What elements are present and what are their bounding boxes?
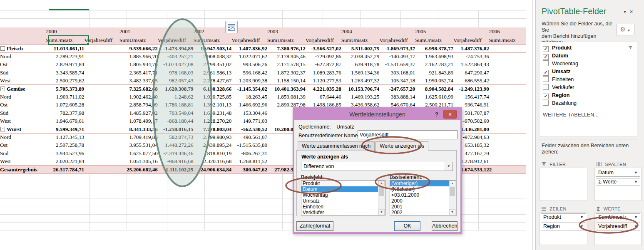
- chevron-down-icon[interactable]: ▼: [580, 223, 584, 230]
- cancel-button[interactable]: Abbrechen: [432, 221, 458, 231]
- pivot-value-cell[interactable]: [489, 117, 526, 125]
- pivot-value-cell[interactable]: 18.263,45: [231, 93, 267, 101]
- pivot-value-cell[interactable]: 490.561,07: [231, 133, 267, 141]
- pivot-value-cell[interactable]: -1.145.354,02: [231, 85, 267, 93]
- chevron-down-icon[interactable]: ▼: [634, 178, 638, 186]
- pivot-value-cell[interactable]: [489, 109, 526, 117]
- pivot-value-cell[interactable]: -1.089.283,76: [306, 69, 341, 77]
- field-checkbox-item[interactable]: ✓Produkt: [543, 45, 634, 52]
- collapse-icon[interactable]: -: [0, 87, 5, 91]
- pivot-value-cell[interactable]: -2.319.446,46: [158, 149, 194, 157]
- checkbox[interactable]: ✓: [543, 54, 549, 60]
- pane-splitter[interactable]: [532, 0, 533, 250]
- pivot-value-cell[interactable]: 2.020.221,84: [46, 157, 84, 165]
- pivot-value-cell[interactable]: 1.448.272,26: [158, 141, 194, 149]
- chevron-down-icon[interactable]: ▾: [624, 9, 629, 14]
- pivot-value-cell[interactable]: [84, 101, 119, 109]
- pivot-value-cell[interactable]: 2.289.223,91: [46, 52, 84, 60]
- pivot-value-cell[interactable]: [84, 141, 119, 149]
- pivot-value-cell[interactable]: [489, 149, 526, 157]
- pivot-value-cell[interactable]: -1.120.277,53: [306, 77, 341, 85]
- pivot-value-cell[interactable]: 1.625.610,99: [415, 93, 453, 101]
- base-field-listbox[interactable]: ProduktDatumWochentagUmsatzEinheitenVerk…: [301, 180, 385, 215]
- pivot-value-cell[interactable]: 2.278.427,67: [194, 77, 232, 85]
- area-chip[interactable]: Σ Werte▼: [596, 178, 640, 186]
- checkbox[interactable]: [543, 100, 549, 106]
- pivot-value-cell[interactable]: 105.347,18: [379, 77, 415, 85]
- sum-header[interactable]: SumUmsatz: [415, 36, 453, 45]
- row-label[interactable]: Ost: [0, 101, 46, 109]
- pivot-value-cell[interactable]: 24.906.634,84: [194, 166, 232, 173]
- pivot-value-cell[interactable]: -403.257,21: [158, 52, 194, 60]
- pivot-value-cell[interactable]: 993.506,26: [231, 61, 267, 69]
- area-chip[interactable]: Datum▼: [596, 169, 640, 177]
- checkbox[interactable]: [543, 84, 549, 90]
- help-icon[interactable]: ?: [433, 109, 440, 120]
- row-label[interactable]: -Wurst: [0, 125, 46, 133]
- area-chip[interactable]: Vorjahresdiff▼: [596, 223, 640, 230]
- row-label[interactable]: Ost: [0, 141, 46, 149]
- row-label[interactable]: Ost: [0, 61, 46, 69]
- year-header[interactable]: 2000: [46, 27, 119, 36]
- ok-button[interactable]: OK: [394, 221, 420, 231]
- checkbox[interactable]: ✓: [543, 46, 549, 52]
- pivot-value-cell[interactable]: [84, 133, 119, 141]
- pivot-value-cell[interactable]: 1.805.944,76: [119, 61, 158, 69]
- row-label[interactable]: Gesamtergebnis: [0, 166, 46, 173]
- pivot-value-cell[interactable]: -1.248,62: [158, 93, 194, 101]
- base-field-option[interactable]: Datum: [301, 186, 378, 192]
- pivot-value-cell[interactable]: 1.639.231,48: [194, 109, 232, 117]
- pivot-value-cell[interactable]: 4.221.035,28: [306, 85, 341, 93]
- pivot-value-cell[interactable]: 7.325.682,68: [119, 85, 158, 93]
- field-checkbox-item[interactable]: Einheiten: [543, 76, 634, 84]
- pivot-value-cell[interactable]: 8.904.582,84: [415, 85, 453, 93]
- row-label[interactable]: Nord: [0, 52, 46, 60]
- base-item-option[interactable]: 2002: [390, 210, 449, 215]
- pivot-value-cell[interactable]: 6.180.328,66: [194, 85, 232, 93]
- pivot-value-cell[interactable]: [84, 117, 119, 125]
- pivot-value-cell[interactable]: 2: [489, 166, 526, 173]
- pivot-value-cell[interactable]: -1.466.692,96: [231, 101, 267, 109]
- pivot-value-cell[interactable]: 686.555,42: [453, 77, 489, 85]
- pivot-value-cell[interactable]: 1.569.134,36: [341, 69, 380, 77]
- base-field-option[interactable]: Produkt: [301, 181, 378, 186]
- pivot-value-cell[interactable]: [489, 125, 526, 133]
- chevron-down-icon[interactable]: ▼: [445, 162, 453, 171]
- values-area[interactable]: SumUmsatz▼Vorjahresdiff▼: [594, 212, 642, 245]
- sum-header[interactable]: SumUmsatz: [341, 36, 380, 45]
- pivot-value-cell[interactable]: -968.916,68: [158, 157, 194, 165]
- pivot-value-cell[interactable]: 3.955.531,04: [119, 141, 158, 149]
- pivot-value-cell[interactable]: 1.885.966,70: [119, 52, 158, 60]
- number-format-button[interactable]: Zahlenformat: [296, 221, 333, 231]
- pivot-value-cell[interactable]: -1.258.016,15: [158, 125, 194, 133]
- base-item-option[interactable]: (Nächster): [390, 186, 449, 192]
- checkbox[interactable]: [543, 60, 549, 66]
- pivot-value-cell[interactable]: 25.206.682,46: [119, 166, 158, 173]
- pivot-value-cell[interactable]: -627.872,87: [306, 61, 341, 69]
- row-label[interactable]: -Fleisch: [0, 45, 46, 52]
- pivot-value-cell[interactable]: [84, 149, 119, 157]
- area-chip[interactable]: Produkt▼: [541, 213, 586, 221]
- pivot-value-cell[interactable]: 1.485.927,02: [119, 109, 158, 117]
- base-field-option[interactable]: Wochentag: [301, 192, 378, 198]
- pivot-value-cell[interactable]: 2.908.038,32: [194, 52, 232, 60]
- base-item-option[interactable]: <03.01.2000: [390, 192, 449, 198]
- field-checkbox-item[interactable]: ✓Umsatz: [543, 68, 634, 76]
- base-field-option[interactable]: Verkäufer: [301, 210, 378, 215]
- pivot-value-cell[interactable]: [489, 157, 526, 165]
- pivot-value-cell[interactable]: -3.566.527,02: [306, 45, 341, 52]
- pivot-value-cell[interactable]: [489, 45, 526, 52]
- row-label[interactable]: West: [0, 77, 46, 85]
- pivot-value-cell[interactable]: 1.786.188,81: [158, 101, 194, 109]
- pivot-value-cell[interactable]: [489, 141, 526, 149]
- pivot-value-cell[interactable]: 3.482.337,05: [119, 77, 158, 85]
- rows-area[interactable]: Produkt▼Region▼: [540, 212, 587, 245]
- pivot-value-cell[interactable]: 782.377,98: [46, 109, 84, 117]
- year-header[interactable]: 2005: [415, 27, 489, 36]
- checkbox[interactable]: ✓: [543, 94, 549, 99]
- scrollbar[interactable]: ▲ ▼: [449, 181, 456, 215]
- scrollbar-thumb[interactable]: [379, 187, 384, 196]
- pivot-value-cell[interactable]: [84, 157, 119, 165]
- pivot-value-cell[interactable]: 7.380.976,12: [267, 45, 306, 52]
- tab-summarize-values[interactable]: Werte zusammenfassen nach: [298, 141, 375, 151]
